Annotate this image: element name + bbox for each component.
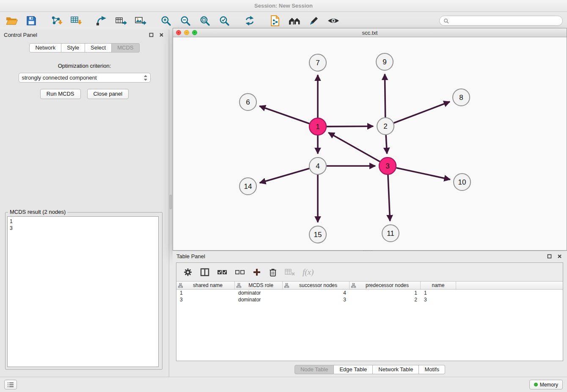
style-brush-button[interactable]	[306, 14, 322, 28]
network-canvas[interactable]: 7968124314101511	[173, 37, 567, 250]
tab-network[interactable]: Network	[29, 43, 61, 52]
export-table-icon	[115, 15, 127, 26]
float-panel-button[interactable]	[147, 31, 155, 39]
export-table-button[interactable]	[113, 14, 129, 28]
tab-style[interactable]: Style	[61, 43, 85, 52]
export-image-button[interactable]	[133, 14, 148, 28]
import-network-button[interactable]	[49, 14, 64, 28]
cell-shared-name: 3	[176, 297, 235, 303]
table-row[interactable]: 1 dominator 4 1 1	[176, 290, 563, 296]
import-network-icon	[50, 15, 63, 27]
open-folder-icon	[6, 15, 18, 26]
memory-label: Memory	[540, 382, 558, 388]
save-session-button[interactable]	[24, 14, 39, 28]
cell-name: 3	[421, 297, 456, 303]
zoom-selected-button[interactable]	[217, 14, 232, 28]
zoom-in-button[interactable]	[158, 14, 173, 28]
tab-edge-table[interactable]: Edge Table	[334, 365, 373, 374]
control-panel-header: Control Panel	[0, 30, 169, 40]
memory-button[interactable]: Memory	[529, 380, 563, 389]
graph-node-9[interactable]: 9	[376, 53, 393, 70]
search-field[interactable]	[439, 16, 563, 26]
select-all-rows-button[interactable]	[217, 266, 227, 279]
refresh-button[interactable]	[242, 14, 257, 28]
graph-edge-1-2[interactable]	[327, 126, 373, 127]
column-header-mcds-role[interactable]: MCDS role	[235, 282, 283, 289]
deselect-all-rows-button[interactable]	[235, 266, 245, 279]
search-input[interactable]	[451, 18, 559, 24]
table-toolbar: f(x)	[176, 263, 563, 281]
delete-table-button[interactable]	[285, 266, 295, 279]
graph-edge-3-10[interactable]	[396, 168, 450, 179]
float-table-panel-button[interactable]	[545, 253, 553, 260]
graph-node-15[interactable]: 15	[309, 226, 326, 243]
list-icon	[7, 382, 14, 388]
node-label: 14	[244, 182, 252, 190]
graph-node-6[interactable]: 6	[239, 94, 256, 110]
tab-select[interactable]: Select	[85, 43, 112, 52]
graph-edge-2-3[interactable]	[386, 135, 387, 154]
new-network-from-selection-button[interactable]	[94, 14, 109, 28]
zoom-group	[158, 14, 232, 28]
network-graph[interactable]: 7968124314101511	[173, 37, 567, 250]
graph-edge-2-9[interactable]	[385, 74, 385, 117]
table-settings-button[interactable]	[183, 266, 193, 279]
refresh-icon	[244, 15, 255, 26]
search-icon	[443, 18, 449, 24]
tab-motifs[interactable]: Motifs	[419, 365, 445, 374]
graph-edge-4-14[interactable]	[260, 168, 309, 183]
splitter-grip[interactable]	[170, 195, 172, 209]
save-floppy-icon	[26, 15, 37, 26]
graph-edge-3-1[interactable]	[328, 133, 380, 162]
home-button[interactable]	[287, 14, 302, 28]
graph-node-2[interactable]: 2	[377, 118, 394, 135]
tab-node-table[interactable]: Node Table	[295, 365, 334, 374]
run-mcds-button[interactable]: Run MCDS	[40, 89, 81, 99]
column-header-successor-nodes[interactable]: successor nodes	[283, 282, 350, 289]
column-header-shared-name[interactable]: shared name	[176, 282, 235, 289]
column-header-predecessor-nodes[interactable]: predecessor nodes	[350, 282, 421, 289]
graph-node-7[interactable]: 7	[309, 54, 326, 71]
graph-node-10[interactable]: 10	[454, 174, 471, 190]
graph-node-11[interactable]: 11	[382, 225, 399, 242]
window-close-button[interactable]: ×	[176, 30, 181, 35]
graph-node-3[interactable]: 3	[379, 157, 396, 174]
tab-network-table[interactable]: Network Table	[373, 365, 419, 374]
close-panel-mcds-button[interactable]: Close panel	[87, 89, 129, 99]
vertical-splitter[interactable]	[169, 30, 173, 377]
column-header-name[interactable]: name	[421, 282, 456, 289]
import-table-button[interactable]	[69, 14, 84, 28]
graph-edge-2-8[interactable]	[394, 102, 450, 123]
graph-edge-3-11[interactable]	[388, 175, 390, 221]
window-zoom-button[interactable]: +	[192, 30, 197, 35]
network-window-titlebar[interactable]: × − + scc.txt	[173, 28, 567, 37]
function-builder-button[interactable]: f(x)	[303, 266, 314, 279]
open-session-button[interactable]	[4, 14, 19, 28]
tab-mcds[interactable]: MCDS	[112, 43, 139, 52]
add-row-button[interactable]	[253, 266, 261, 279]
export-network-button[interactable]	[267, 14, 283, 28]
column-label: predecessor nodes	[356, 282, 418, 288]
zoom-fit-icon	[199, 15, 210, 26]
close-panel-button[interactable]	[157, 31, 165, 39]
node-table: shared name MCDS role	[176, 281, 563, 361]
close-table-panel-button[interactable]	[556, 253, 563, 260]
graph-edge-1-6[interactable]	[259, 106, 309, 124]
mcds-result-list[interactable]: 1 3	[7, 216, 159, 367]
cell-successor-nodes: 3	[283, 297, 350, 303]
float-window-icon	[149, 33, 154, 37]
graph-node-1[interactable]: 1	[309, 118, 326, 135]
graph-node-14[interactable]: 14	[239, 178, 256, 195]
delete-row-button[interactable]	[269, 266, 277, 279]
graph-node-4[interactable]: 4	[309, 157, 326, 174]
eye-button[interactable]	[326, 14, 341, 28]
graph-node-8[interactable]: 8	[453, 89, 470, 106]
zoom-fit-button[interactable]	[197, 14, 212, 28]
node-label: 8	[459, 94, 463, 102]
window-minimize-button[interactable]: −	[184, 30, 189, 35]
zoom-out-button[interactable]	[178, 14, 193, 28]
criterion-dropdown[interactable]: strongly connected component	[19, 73, 151, 83]
column-layout-button[interactable]	[200, 266, 209, 279]
table-row[interactable]: 3 dominator 3 2 3	[176, 296, 563, 303]
task-history-button[interactable]	[4, 380, 17, 389]
